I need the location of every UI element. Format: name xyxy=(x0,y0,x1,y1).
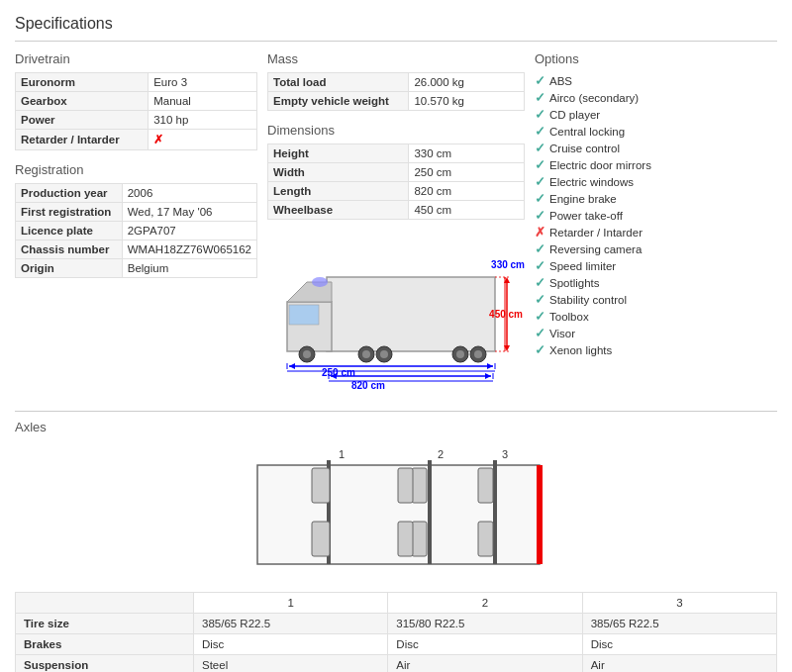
option-label: CD player xyxy=(549,109,600,121)
check-icon: ✓ xyxy=(535,157,545,172)
option-item: ✓Xenon lights xyxy=(535,341,742,358)
check-icon: ✓ xyxy=(535,141,545,155)
axle-cell: Disc xyxy=(582,634,776,655)
svg-text:3: 3 xyxy=(502,448,508,460)
option-item: ✗Retarder / Intarder xyxy=(535,224,742,240)
length-label: 820 cm xyxy=(351,380,385,391)
svg-rect-42 xyxy=(428,460,432,564)
dimensions-table: Height330 cmWidth250 cmLength820 cmWheel… xyxy=(267,144,525,220)
svg-point-7 xyxy=(362,350,370,358)
svg-rect-2 xyxy=(289,305,319,325)
option-label: Engine brake xyxy=(549,193,617,205)
svg-marker-33 xyxy=(485,373,491,379)
axle-row-label: Suspension xyxy=(16,655,194,673)
left-column: Drivetrain EuronormEuro 3GearboxManualPo… xyxy=(15,51,267,278)
registration-table: Production year2006First registrationWed… xyxy=(15,183,257,278)
axle-row: SuspensionSteelAirAir xyxy=(16,655,777,673)
option-item: ✓Engine brake xyxy=(535,190,742,207)
registration-title: Registration xyxy=(15,162,257,177)
option-item: ✓Central locking xyxy=(535,123,742,140)
option-label: Xenon lights xyxy=(549,344,612,356)
svg-rect-49 xyxy=(478,522,493,556)
axle-cell: Air xyxy=(388,655,582,673)
drivetrain-table: EuronormEuro 3GearboxManualPower310 hpRe… xyxy=(15,72,257,150)
option-label: Airco (secondary) xyxy=(549,92,639,104)
svg-rect-43 xyxy=(412,468,427,503)
option-item: ✓Spotlights xyxy=(535,274,742,291)
check-icon: ✓ xyxy=(535,73,545,88)
axle-cell: Air xyxy=(582,655,776,673)
option-item: ✓Electric door mirrors xyxy=(535,156,742,173)
axle-cell: 315/80 R22.5 xyxy=(388,614,582,634)
svg-rect-47 xyxy=(493,460,497,564)
check-icon: ✓ xyxy=(535,124,545,139)
option-label: Electric windows xyxy=(549,176,634,188)
check-icon: ✓ xyxy=(535,191,545,206)
svg-point-9 xyxy=(380,350,388,358)
svg-rect-45 xyxy=(412,522,427,556)
page-container: Specifications Drivetrain EuronormEuro 3… xyxy=(0,0,792,672)
svg-point-13 xyxy=(474,350,482,358)
middle-column: Mass Total load26.000 kgEmpty vehicle we… xyxy=(267,51,535,396)
svg-rect-35 xyxy=(537,465,543,564)
axles-title: Axles xyxy=(15,411,777,434)
svg-rect-0 xyxy=(327,277,495,351)
option-item: ✓ABS xyxy=(535,72,742,89)
height-label: 330 cm xyxy=(491,259,525,270)
axle-col-1: 1 xyxy=(194,593,388,614)
svg-rect-44 xyxy=(398,468,413,503)
width-label: 250 cm xyxy=(322,367,355,378)
axles-diagram-svg: 1 2 3 xyxy=(228,440,564,584)
option-label: Speed limiter xyxy=(549,260,616,272)
option-item: ✓Visor xyxy=(535,325,742,341)
axle-col-empty xyxy=(16,593,194,614)
options-title: Options xyxy=(535,51,742,66)
check-icon: ✓ xyxy=(535,342,545,357)
axle-row-label: Tire size xyxy=(16,614,194,634)
option-label: Visor xyxy=(549,328,575,339)
option-label: Stability control xyxy=(549,294,627,306)
check-icon: ✓ xyxy=(535,258,545,273)
check-icon: ✓ xyxy=(535,241,545,256)
truck-diagram: 330 cm 250 cm 820 cm 450 cm xyxy=(267,228,525,396)
option-label: Electric door mirrors xyxy=(549,159,651,171)
option-label: Toolbox xyxy=(549,311,589,323)
option-item: ✓Stability control xyxy=(535,291,742,308)
option-item: ✓Speed limiter xyxy=(535,257,742,274)
axle-col-3: 3 xyxy=(582,593,776,614)
option-label: Retarder / Intarder xyxy=(549,227,643,239)
svg-marker-28 xyxy=(487,363,493,369)
options-column: Options ✓ABS✓Airco (secondary)✓CD player… xyxy=(535,51,742,358)
option-item: ✓Cruise control xyxy=(535,140,742,156)
option-label: Central locking xyxy=(549,126,625,138)
option-item: ✓Reversing camera xyxy=(535,240,742,257)
option-item: ✓CD player xyxy=(535,106,742,123)
axles-section: Axles 1 2 3 xyxy=(15,411,777,672)
cross-icon: ✗ xyxy=(535,225,545,240)
axle-row: Tire size385/65 R22.5315/80 R22.5385/65 … xyxy=(16,614,777,634)
axle-row-label: Brakes xyxy=(16,634,194,655)
axle-row: BrakesDiscDiscDisc xyxy=(16,634,777,655)
option-item: ✓Airco (secondary) xyxy=(535,89,742,106)
axle-cell: Disc xyxy=(388,634,582,655)
svg-point-11 xyxy=(456,350,464,358)
axle-cell: Steel xyxy=(194,655,388,673)
svg-marker-27 xyxy=(289,363,295,369)
option-label: ABS xyxy=(549,75,572,87)
check-icon: ✓ xyxy=(535,309,545,324)
check-icon: ✓ xyxy=(535,174,545,189)
wheelbase-label: 450 cm xyxy=(489,309,523,320)
axle-cell: 385/65 R22.5 xyxy=(194,614,388,634)
svg-text:2: 2 xyxy=(438,448,444,460)
axles-diagram-container: 1 2 3 xyxy=(15,440,777,584)
check-icon: ✓ xyxy=(535,326,545,340)
check-icon: ✓ xyxy=(535,292,545,307)
option-label: Power take-off xyxy=(549,210,623,222)
option-item: ✓Toolbox xyxy=(535,308,742,325)
option-item: ✓Electric windows xyxy=(535,173,742,190)
svg-rect-41 xyxy=(312,522,330,556)
check-icon: ✓ xyxy=(535,208,545,223)
svg-rect-46 xyxy=(398,522,413,556)
dimensions-title: Dimensions xyxy=(267,123,525,138)
check-icon: ✓ xyxy=(535,90,545,105)
